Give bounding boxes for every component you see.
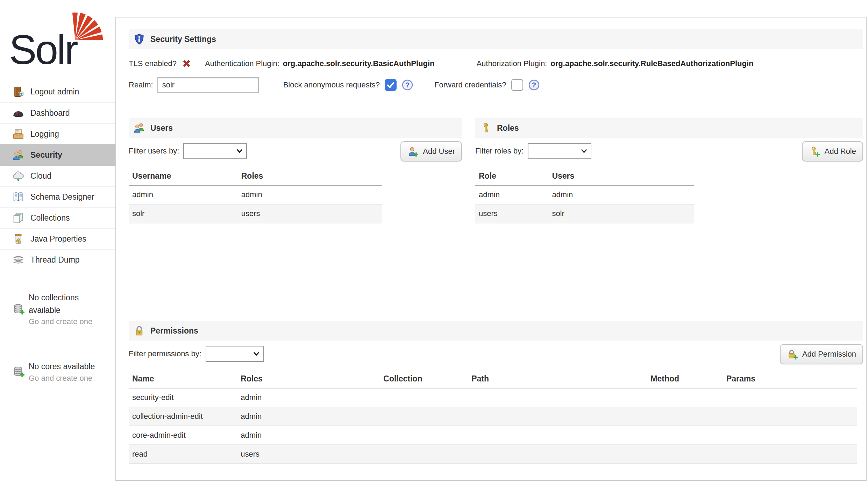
table-cell <box>647 445 723 464</box>
notice-title: No cores available <box>29 360 107 373</box>
roles-panel-title: Roles <box>497 123 519 133</box>
column-header-name: Name <box>129 370 237 388</box>
sidebar-item-label: Logging <box>30 129 59 139</box>
users-people-icon <box>134 122 145 134</box>
table-cell <box>380 388 468 407</box>
forward-credentials-checkbox[interactable] <box>511 79 523 91</box>
sidebar-item-label: Thread Dump <box>30 255 80 265</box>
sidebar-item-security[interactable]: Security <box>0 144 115 165</box>
table-cell: collection-admin-edit <box>129 407 237 426</box>
table-cell <box>723 388 857 407</box>
sidebar-menu: Logout adminDashboardLoggingSecurityClou… <box>0 81 115 270</box>
add-user-button-label: Add User <box>423 147 455 156</box>
table-row[interactable]: readusers <box>129 445 857 464</box>
filter-permissions-label: Filter permissions by: <box>129 349 201 358</box>
solr-logo-text: Solr <box>9 26 77 73</box>
table-cell <box>647 426 723 445</box>
block-anonymous-checkbox[interactable] <box>385 79 397 91</box>
database-add-icon <box>13 366 24 378</box>
table-row[interactable]: userssolr <box>475 204 694 223</box>
threads-icon <box>13 254 24 266</box>
sidebar-item-logging[interactable]: Logging <box>0 123 115 144</box>
sidebar-item-label: Schema Designer <box>30 192 94 202</box>
sidebar-item-cloud[interactable]: Cloud <box>0 165 115 186</box>
solr-logo[interactable]: Solr <box>9 9 111 69</box>
person-add-icon <box>407 146 419 157</box>
tls-disabled-x-icon <box>182 58 192 69</box>
table-cell <box>468 407 647 426</box>
sidebar-item-collections[interactable]: Collections <box>0 207 115 228</box>
gauge-icon <box>13 107 24 119</box>
column-header-method: Method <box>647 370 723 388</box>
auth-plugin-label: Authentication Plugin: <box>205 59 279 68</box>
roles-table: RoleUsersadminadminuserssolr <box>475 167 694 223</box>
filter-users-select[interactable] <box>183 143 247 159</box>
add-role-button[interactable]: Add Role <box>802 141 863 162</box>
column-header-roles: Roles <box>238 167 382 185</box>
sidebar-item-label: Java Properties <box>30 234 86 244</box>
realm-label: Realm: <box>129 80 153 90</box>
table-row[interactable]: adminadmin <box>475 185 694 204</box>
auth-plugin-value: org.apache.solr.security.BasicAuthPlugin <box>283 59 435 68</box>
table-row[interactable]: collection-admin-editadmin <box>129 407 857 426</box>
table-cell: users <box>237 445 380 464</box>
table-header-row: RoleUsers <box>475 167 694 185</box>
roles-filter-row: Filter roles by: Add Role <box>475 141 863 162</box>
sidebar-item-thread-dump[interactable]: Thread Dump <box>0 249 115 270</box>
go-and-create-one-link[interactable]: Go and create one <box>29 374 92 383</box>
sidebar-item-dashboard[interactable]: Dashboard <box>0 102 115 123</box>
add-permission-button-label: Add Permission <box>802 350 856 359</box>
table-row[interactable]: adminadmin <box>129 185 382 204</box>
go-and-create-one-link[interactable]: Go and create one <box>29 317 92 326</box>
table-cell <box>380 426 468 445</box>
permissions-table: NameRolesCollectionPathMethodParamssecur… <box>129 370 857 464</box>
table-cell: admin <box>237 388 380 407</box>
sidebar: Solr Logout adminDashboardLoggingSecurit… <box>0 0 115 486</box>
table-row[interactable]: security-editadmin <box>129 388 857 407</box>
users-filter-row: Filter users by: Add User <box>129 141 462 162</box>
key-add-icon <box>809 146 820 157</box>
table-header-row: UsernameRoles <box>129 167 382 185</box>
tls-enabled-label: TLS enabled? <box>129 59 177 68</box>
roles-panel-header: Roles <box>475 118 863 138</box>
add-permission-button[interactable]: Add Permission <box>780 344 863 364</box>
table-row[interactable]: core-admin-editadmin <box>129 426 857 445</box>
svg-text:?: ? <box>532 81 536 89</box>
sidebar-notices: No collections availableGo and create on… <box>13 292 115 383</box>
permissions-lock-icon <box>134 325 145 336</box>
filter-roles-label: Filter roles by: <box>475 146 524 156</box>
column-header-role: Role <box>475 167 548 185</box>
realm-input[interactable] <box>157 77 259 93</box>
table-cell: users <box>238 204 382 223</box>
solr-sunburst-icon <box>72 9 107 41</box>
filter-roles-select[interactable] <box>528 143 591 159</box>
table-cell <box>380 407 468 426</box>
table-cell: solr <box>129 204 238 223</box>
sidebar-item-label: Dashboard <box>30 108 70 118</box>
database-add-icon <box>13 303 24 315</box>
sidebar-item-schema-designer[interactable]: Schema Designer <box>0 186 115 207</box>
book-icon <box>13 191 24 203</box>
sidebar-item-logout-admin[interactable]: Logout admin <box>0 81 115 102</box>
table-cell: admin <box>129 185 238 204</box>
people-icon <box>13 149 24 161</box>
table-cell <box>647 388 723 407</box>
users-table: UsernameRolesadminadminsolrusers <box>129 167 382 223</box>
help-icon[interactable]: ? <box>401 79 413 91</box>
table-cell: read <box>129 445 237 464</box>
authz-plugin-label: Authorization Plugin: <box>476 59 547 68</box>
filter-permissions-select[interactable] <box>206 346 264 362</box>
table-cell <box>380 445 468 464</box>
sidebar-item-java-properties[interactable]: Java Properties <box>0 228 115 249</box>
add-user-button[interactable]: Add User <box>400 141 462 162</box>
table-cell: users <box>475 204 548 223</box>
security-settings-header: Security Settings <box>129 29 863 49</box>
table-row[interactable]: solrusers <box>129 204 382 223</box>
table-cell: security-edit <box>129 388 237 407</box>
help-icon[interactable]: ? <box>528 79 540 91</box>
users-panel-header: Users <box>129 118 462 138</box>
column-header-username: Username <box>129 167 238 185</box>
permissions-panel-header: Permissions <box>129 321 863 341</box>
table-cell: admin <box>238 185 382 204</box>
notice-title: No collections available <box>29 292 107 316</box>
